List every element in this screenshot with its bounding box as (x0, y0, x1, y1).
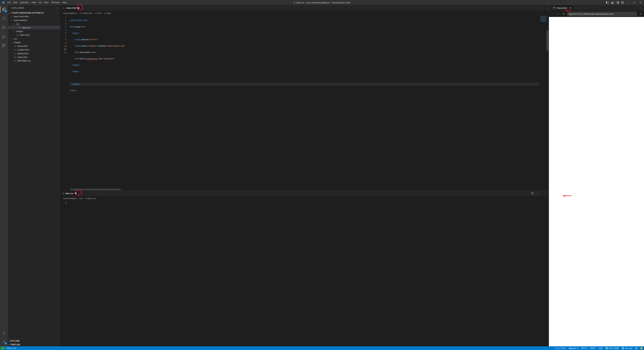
toggle-panel-icon[interactable] (611, 1, 614, 4)
tree-item[interactable]: ⓘREADME.md (8, 59, 60, 63)
menu-selection[interactable]: Selection (18, 0, 30, 5)
html-file-icon: <> (14, 52, 16, 55)
remote-indicator[interactable] (0, 346, 6, 350)
menu-view[interactable]: View (30, 0, 38, 5)
tree-item[interactable]: #style.css (8, 26, 60, 29)
outline-panel-header[interactable]: › OUTLINE (8, 339, 60, 342)
status-eol[interactable]: CRLF (588, 347, 597, 349)
tree-item[interactable]: <>about.html (8, 44, 60, 48)
svg-rect-9 (623, 3, 624, 4)
tree-item[interactable]: ›images (8, 29, 60, 33)
customize-layout-icon[interactable] (621, 1, 624, 4)
status-go-live[interactable]: 📡Go Live (620, 347, 634, 349)
activity-explorer[interactable]: 2 (0, 6, 8, 13)
activity-search[interactable] (0, 15, 8, 22)
timeline-panel-header[interactable]: › TIMELINE (8, 342, 60, 346)
horizontal-scrollbar[interactable] (60, 189, 549, 190)
tree-item[interactable]: <>gallery.html (8, 52, 60, 55)
reload-button[interactable]: ⟳ (562, 12, 566, 16)
breadcrumb-segment[interactable]: style.css (88, 197, 96, 200)
tree-item[interactable]: <>contact.html (8, 48, 60, 52)
css-file-icon: # (18, 26, 21, 29)
tree-item-label: README.md (18, 60, 30, 62)
chevron-icon: › (10, 15, 13, 18)
breadcrumb-segment[interactable]: css (79, 197, 83, 200)
status-ln-col[interactable]: Ln 1, Col 1 (554, 347, 567, 349)
editor-lower[interactable]: 1 (60, 201, 549, 346)
breadcrumb-segment[interactable]: body (106, 12, 111, 15)
svg-rect-18 (2, 46, 4, 47)
title-bar: File Edit Selection View Go Run Terminal… (0, 0, 644, 5)
warning-icon: ⚠ (12, 347, 14, 349)
tree-item[interactable]: ›css (8, 37, 60, 41)
menu-icon[interactable]: ≡ (639, 12, 643, 16)
html-file-icon: <> (16, 34, 19, 36)
status-feedback-icon[interactable]: ☻ (634, 347, 639, 349)
tree-item-label: css (14, 38, 17, 40)
explorer-project-header[interactable]: ⌄ YOUR-USERNAME.GITHUB.IO (8, 11, 60, 15)
tree-item[interactable]: <>index.html (8, 55, 60, 59)
activity-source-control[interactable] (0, 24, 8, 31)
tree-item-label: basic-html-drills (14, 15, 29, 18)
breadcrumb-lower[interactable]: code-skeleton › css › # style.css (60, 196, 549, 201)
tree-item[interactable]: ›images (8, 41, 60, 44)
vertical-scrollbar[interactable] (546, 15, 549, 189)
activity-run-debug[interactable] (0, 33, 8, 40)
status-language[interactable]: CSS (597, 347, 604, 349)
menu-go[interactable]: Go (38, 0, 43, 5)
timeline-label: TIMELINE (10, 343, 20, 346)
breadcrumb-upper[interactable]: code-skeleton › <>index.html › ⬘html › ⬘… (60, 11, 549, 15)
svg-rect-23 (553, 7, 556, 9)
status-bell-icon[interactable]: 🔔 (639, 347, 644, 349)
svg-point-20 (4, 341, 4, 342)
breadcrumb-segment[interactable]: code-skeleton (63, 12, 77, 15)
preview-viewport[interactable] (549, 17, 644, 346)
outline-label: OUTLINE (10, 339, 20, 342)
status-encoding[interactable]: UTF-8 (580, 347, 588, 349)
tab-label: style.css (65, 192, 74, 195)
tab-style-css[interactable]: # style.css (60, 190, 79, 196)
tree-item[interactable]: <>index.html (8, 33, 60, 37)
breadcrumb-segment[interactable]: index.html (83, 12, 92, 15)
back-button[interactable]: ← (550, 12, 554, 16)
minimize-button[interactable]: ─ (626, 1, 630, 4)
forward-button[interactable]: → (556, 12, 560, 16)
breadcrumb-segment[interactable]: code-skeleton (63, 197, 77, 200)
explorer-more-icon[interactable]: ⋯ (56, 7, 58, 9)
close-window-button[interactable]: ✕ (638, 1, 642, 4)
menu-terminal[interactable]: Terminal (50, 0, 61, 5)
menu-edit[interactable]: Edit (12, 0, 18, 5)
activity-settings[interactable]: 1 (0, 338, 8, 345)
tree-item[interactable]: ›basic-html-drills (8, 15, 60, 18)
editor-more-icon[interactable]: ⋯ (536, 192, 538, 195)
menu-run[interactable]: Run (43, 0, 50, 5)
tree-item[interactable]: ⌄css (8, 22, 60, 26)
editor-upper[interactable]: 123456789101112 <!DOCTYPE html> <html la… (60, 15, 549, 189)
status-port[interactable]: 📡Port: 3000 (604, 347, 620, 349)
status-problems[interactable]: ⓧ0 ⚠0 (6, 347, 17, 350)
activity-account[interactable] (0, 330, 8, 336)
code-area[interactable] (70, 201, 549, 346)
split-editor-icon[interactable] (531, 192, 534, 195)
vertical-scrollbar[interactable] (546, 201, 549, 346)
menu-help[interactable]: Help (61, 0, 68, 5)
menu-file[interactable]: File (6, 0, 12, 5)
chevron-icon: › (13, 30, 15, 32)
maximize-button[interactable]: ☐ (632, 1, 636, 4)
tree-item[interactable]: ⌄code-skeleton (8, 18, 60, 22)
close-icon[interactable]: ✕ (570, 7, 572, 9)
address-bar[interactable] (567, 12, 637, 16)
activity-bar: 2 1 (0, 5, 8, 346)
toggle-primary-sidebar-icon[interactable] (606, 1, 609, 4)
activity-extensions[interactable] (0, 42, 8, 49)
preview-panel: Document ✕ ⋯ ← → ⟳ ≡ (549, 5, 644, 346)
tab-index-html[interactable]: <> index.html (60, 5, 82, 11)
editor-more-icon[interactable]: ⋯ (640, 7, 642, 9)
status-spaces[interactable]: Spaces: 4 (567, 347, 580, 349)
preview-tab[interactable]: Document ✕ (551, 5, 574, 11)
line-gutter: 123456789101112 (60, 15, 70, 189)
editor-more-icon[interactable]: ⋯ (538, 7, 540, 9)
breadcrumb-segment[interactable]: html (97, 12, 102, 15)
code-area[interactable]: <!DOCTYPE html> <html lang="en"> <head> … (70, 15, 539, 189)
toggle-secondary-sidebar-icon[interactable] (616, 1, 619, 4)
